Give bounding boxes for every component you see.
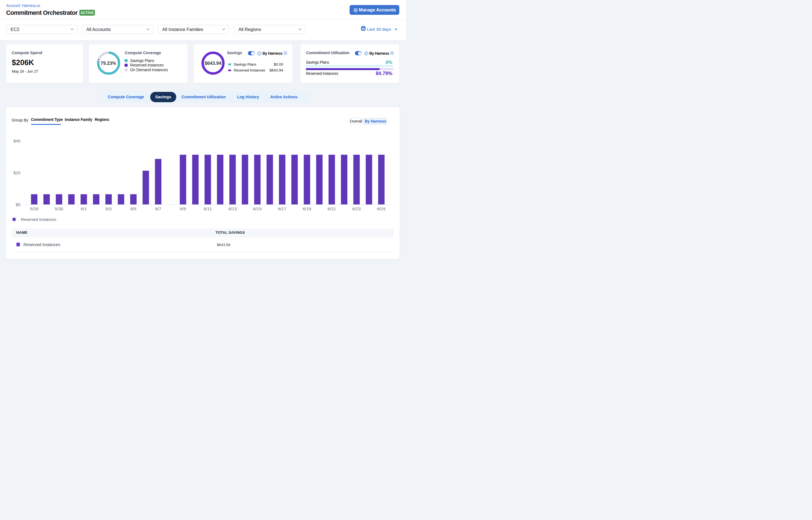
svg-text:6/13: 6/13 [229, 206, 237, 211]
svg-text:6/25: 6/25 [377, 206, 386, 211]
svg-text:$20: $20 [14, 171, 20, 175]
svg-text:6/7: 6/7 [155, 206, 161, 211]
svg-text:$0: $0 [16, 202, 20, 207]
svg-text:6/9: 6/9 [180, 206, 186, 211]
svg-text:5/30: 5/30 [55, 206, 63, 211]
svg-text:6/23: 6/23 [352, 206, 361, 211]
svg-text:6/11: 6/11 [204, 206, 212, 211]
svg-text:6/17: 6/17 [278, 206, 286, 211]
svg-text:6/21: 6/21 [328, 206, 336, 211]
svg-text:79.23%: 79.23% [101, 60, 116, 66]
svg-text:6/5: 6/5 [130, 206, 136, 211]
svg-text:6/15: 6/15 [253, 206, 262, 211]
svg-text:6/3: 6/3 [106, 206, 112, 211]
svg-text:6/1: 6/1 [81, 206, 87, 211]
svg-text:6/19: 6/19 [303, 206, 311, 211]
svg-text:$40: $40 [14, 138, 20, 143]
svg-text:$643.94: $643.94 [205, 60, 222, 66]
svg-text:5/28: 5/28 [30, 206, 38, 211]
